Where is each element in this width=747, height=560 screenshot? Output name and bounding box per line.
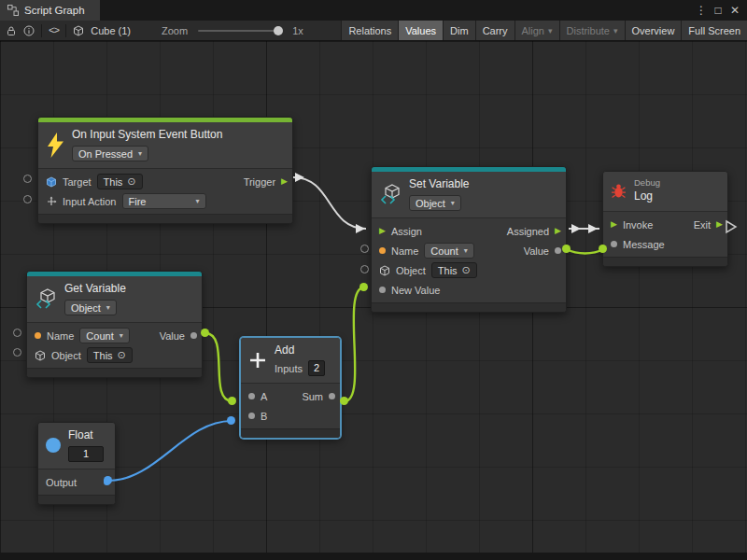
graph-owner-label[interactable]: Cube (1) bbox=[91, 25, 131, 36]
node-debug-log[interactable]: Debug Log Invoke Exit Message bbox=[602, 171, 728, 267]
input-action-port-label: Input Action bbox=[63, 196, 117, 207]
variable-scope-dropdown[interactable]: Object bbox=[409, 195, 461, 211]
bug-icon bbox=[611, 183, 627, 199]
variable-name-dropdown[interactable]: Count bbox=[424, 243, 473, 259]
value-port-label: Value bbox=[524, 245, 549, 257]
port-row: New Value bbox=[372, 280, 566, 300]
conn-dot-new-value-in[interactable] bbox=[359, 283, 368, 291]
wire-getvariable-to-add-a[interactable] bbox=[205, 333, 233, 401]
new-value-port-icon[interactable] bbox=[379, 287, 386, 293]
conn-dot-float-output-out[interactable] bbox=[104, 476, 112, 484]
b-port-icon[interactable] bbox=[248, 413, 255, 419]
target-object-value: This bbox=[104, 176, 123, 188]
name-port-icon[interactable] bbox=[379, 247, 386, 254]
fullscreen-button[interactable]: Full Screen bbox=[681, 21, 747, 40]
wire-trigger-to-assign[interactable] bbox=[293, 177, 366, 229]
node-footer bbox=[241, 428, 340, 438]
assign-flow-port-icon[interactable] bbox=[379, 227, 386, 235]
message-port-icon[interactable] bbox=[611, 241, 617, 247]
assigned-flow-port-icon[interactable] bbox=[555, 227, 561, 235]
value-port-label: Value bbox=[160, 330, 185, 342]
node-set-variable[interactable]: Set Variable Object Assign Assigned Name bbox=[371, 166, 567, 313]
object-picker-value: This bbox=[93, 350, 113, 361]
zoom-slider[interactable] bbox=[198, 30, 282, 32]
value-port-icon[interactable] bbox=[555, 247, 561, 254]
wire-arrow-icon bbox=[295, 173, 304, 182]
node-add[interactable]: Add Inputs 2 A Sum bbox=[240, 337, 341, 439]
a-port-label: A bbox=[261, 391, 267, 402]
object-picker[interactable]: This bbox=[431, 262, 477, 278]
node-float[interactable]: Float 1 Output bbox=[37, 422, 116, 505]
conn-dot-add-sum-out[interactable] bbox=[340, 397, 348, 405]
trigger-flow-port-icon[interactable] bbox=[281, 177, 288, 186]
exit-flow-port-icon[interactable] bbox=[716, 220, 723, 229]
target-object-picker[interactable]: This bbox=[97, 174, 143, 189]
node-title: On Input System Event Button bbox=[72, 128, 222, 141]
close-icon[interactable]: ✕ bbox=[727, 0, 742, 21]
info-icon[interactable] bbox=[23, 25, 35, 36]
node-title: Get Variable bbox=[64, 282, 126, 295]
a-port-icon[interactable] bbox=[248, 393, 255, 399]
align-button[interactable]: Align bbox=[514, 21, 559, 40]
sum-port-icon[interactable] bbox=[329, 393, 335, 399]
inputs-label: Inputs bbox=[275, 363, 303, 374]
node-title: Float bbox=[68, 428, 93, 441]
edit-source-icon[interactable]: <> bbox=[49, 25, 59, 36]
sum-port-label: Sum bbox=[302, 391, 323, 402]
dim-button[interactable]: Dim bbox=[443, 21, 475, 40]
object-cube-icon bbox=[379, 265, 390, 276]
zoom-label: Zoom bbox=[162, 25, 188, 36]
tab-title: Script Graph bbox=[24, 5, 85, 16]
inputs-count-field[interactable]: 2 bbox=[308, 360, 325, 376]
window-menu-icon[interactable]: ⋮ bbox=[694, 0, 709, 21]
float-value-field[interactable]: 1 bbox=[68, 446, 104, 462]
conn-dot-add-b-in[interactable] bbox=[227, 416, 235, 425]
name-port-icon[interactable] bbox=[35, 332, 41, 339]
setvariable-name-input-ring[interactable] bbox=[360, 245, 369, 253]
lock-icon[interactable] bbox=[6, 25, 17, 36]
relations-button[interactable]: Relations bbox=[341, 21, 398, 40]
carry-button[interactable]: Carry bbox=[475, 21, 514, 40]
distribute-button[interactable]: Distribute bbox=[559, 21, 625, 40]
port-row: Invoke Exit bbox=[603, 215, 727, 234]
wire-sum-to-new-value[interactable] bbox=[345, 287, 364, 401]
target-input-ring[interactable] bbox=[23, 175, 32, 183]
wire-float-to-add-b[interactable] bbox=[108, 421, 232, 481]
values-button[interactable]: Values bbox=[398, 21, 443, 40]
node-footer bbox=[27, 368, 202, 377]
invoke-flow-port-icon[interactable] bbox=[611, 220, 617, 229]
zoom-value: 1x bbox=[292, 25, 303, 36]
name-port-label: Name bbox=[47, 330, 74, 342]
node-get-variable[interactable]: Get Variable Object Name Count Value bbox=[26, 271, 203, 378]
variable-scope-dropdown[interactable]: Object bbox=[64, 300, 117, 315]
conn-dot-message-in[interactable] bbox=[599, 245, 607, 253]
conn-dot-add-a-in[interactable] bbox=[228, 397, 236, 405]
input-action-dropdown[interactable]: Fire bbox=[122, 193, 206, 209]
input-action-input-ring[interactable] bbox=[23, 195, 32, 203]
tab-script-graph[interactable]: Script Graph bbox=[0, 0, 100, 21]
getvariable-name-input-ring[interactable] bbox=[13, 329, 21, 337]
node-title: Set Variable bbox=[409, 177, 469, 190]
event-mode-dropdown[interactable]: On Pressed bbox=[72, 146, 148, 161]
port-row: Target This Trigger bbox=[38, 172, 292, 191]
event-mode-value: On Pressed bbox=[78, 148, 133, 160]
node-footer bbox=[38, 495, 115, 504]
overview-button[interactable]: Overview bbox=[625, 21, 682, 40]
wire-value-to-message[interactable] bbox=[567, 249, 603, 254]
variable-name-dropdown[interactable]: Count bbox=[79, 328, 129, 343]
conn-dot-getvariable-value-out[interactable] bbox=[201, 329, 209, 337]
variable-name-value: Count bbox=[430, 245, 458, 257]
graph-canvas[interactable]: On Input System Event Button On Pressed … bbox=[0, 41, 747, 553]
getvariable-object-input-ring[interactable] bbox=[13, 348, 21, 357]
name-port-label: Name bbox=[391, 245, 418, 257]
object-picker[interactable]: This bbox=[87, 347, 133, 363]
conn-dot-value-out[interactable] bbox=[562, 245, 571, 253]
value-port-icon[interactable] bbox=[190, 332, 197, 339]
zoom-slider-handle[interactable] bbox=[274, 26, 283, 35]
toolbar-buttons: Relations Values Dim Carry Align Distrib… bbox=[341, 21, 747, 40]
maximize-icon[interactable]: □ bbox=[711, 0, 726, 21]
float-icon bbox=[46, 438, 61, 453]
setvariable-object-input-ring[interactable] bbox=[360, 265, 369, 273]
node-on-input-system-event-button[interactable]: On Input System Event Button On Pressed … bbox=[37, 117, 293, 224]
input-action-icon bbox=[46, 196, 57, 207]
